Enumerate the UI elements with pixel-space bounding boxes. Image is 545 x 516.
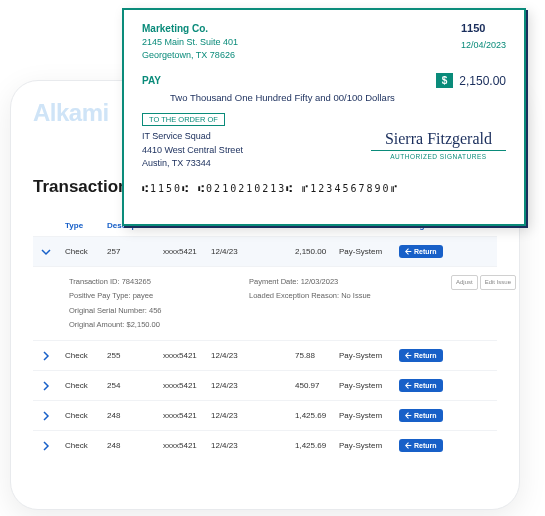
row-detail: Transaction ID: 7843265Positive Pay Type… [33,266,497,340]
table-row[interactable]: Check257xxxx542112/4/232,150.00Pay-Syste… [33,236,497,266]
edit-issue-button[interactable]: Edit Issue [480,275,516,290]
transaction-table: Type Description Acount Date Credit Debi… [33,215,497,460]
payee-name: IT Service Squad [142,130,243,144]
cell-acct: xxxx5421 [163,351,211,360]
cell-status: Pay-System [339,247,399,256]
cell-acct: xxxx5421 [163,411,211,420]
cell-debit: 75.88 [295,351,339,360]
col-type[interactable]: Type [65,221,107,230]
check-company: Marketing Co. [142,22,238,36]
cell-status: Pay-System [339,381,399,390]
cell-type: Check [65,411,107,420]
cell-date: 12/4/23 [211,351,255,360]
cell-type: Check [65,441,107,450]
check-addr1: 2145 Main St. Suite 401 [142,36,238,49]
chevron-right-icon[interactable] [41,411,51,421]
cell-desc: 254 [107,381,163,390]
chevron-down-icon[interactable] [41,247,51,257]
dollar-icon: $ [436,73,454,88]
cell-desc: 257 [107,247,163,256]
check-amount: 2,150.00 [459,74,506,88]
cell-desc: 255 [107,351,163,360]
return-button[interactable]: Return [399,379,443,392]
pay-label: PAY [142,75,161,86]
micr-line: ⑆1150⑆ ⑆0210210213⑆ ⑈1234567890⑈ [142,183,506,194]
return-button[interactable]: Return [399,409,443,422]
cell-date: 12/4/23 [211,381,255,390]
return-button[interactable]: Return [399,245,443,258]
order-label: TO THE ORDER OF [142,113,225,126]
cell-acct: xxxx5421 [163,247,211,256]
cell-status: Pay-System [339,441,399,450]
table-row[interactable]: Check254xxxx542112/4/23450.97Pay-SystemR… [33,370,497,400]
cell-date: 12/4/23 [211,411,255,420]
chevron-right-icon[interactable] [41,381,51,391]
check-date: 12/04/2023 [461,40,506,50]
cell-type: Check [65,247,107,256]
cell-acct: xxxx5421 [163,441,211,450]
cell-status: Pay-System [339,351,399,360]
cell-debit: 2,150.00 [295,247,339,256]
cell-debit: 450.97 [295,381,339,390]
cell-date: 12/4/23 [211,247,255,256]
check-number: 1150 [461,22,506,34]
cell-desc: 248 [107,411,163,420]
return-button[interactable]: Return [399,349,443,362]
table-row[interactable]: Check248xxxx542112/4/231,425.69Pay-Syste… [33,430,497,460]
cell-type: Check [65,381,107,390]
cell-desc: 248 [107,441,163,450]
check-amount-words: Two Thousand One Hundred Fifty and 00/10… [170,92,506,103]
adjust-button[interactable]: Adjust [451,275,478,290]
cell-date: 12/4/23 [211,441,255,450]
signature-label: AUTHORIZED SIGNATURES [371,153,506,160]
cell-debit: 1,425.69 [295,441,339,450]
chevron-right-icon[interactable] [41,441,51,451]
cell-type: Check [65,351,107,360]
cell-debit: 1,425.69 [295,411,339,420]
payee-addr1: 4410 West Central Street [142,144,243,158]
chevron-right-icon[interactable] [41,351,51,361]
table-row[interactable]: Check255xxxx542112/4/2375.88Pay-SystemRe… [33,340,497,370]
cell-acct: xxxx5421 [163,381,211,390]
table-row[interactable]: Check248xxxx542112/4/231,425.69Pay-Syste… [33,400,497,430]
payee-addr2: Austin, TX 73344 [142,157,243,171]
check-preview: Marketing Co. 2145 Main St. Suite 401 Ge… [122,8,526,226]
check-addr2: Georgetown, TX 78626 [142,49,238,62]
return-button[interactable]: Return [399,439,443,452]
cell-status: Pay-System [339,411,399,420]
signature: Sierra Fitzgerald [371,130,506,151]
